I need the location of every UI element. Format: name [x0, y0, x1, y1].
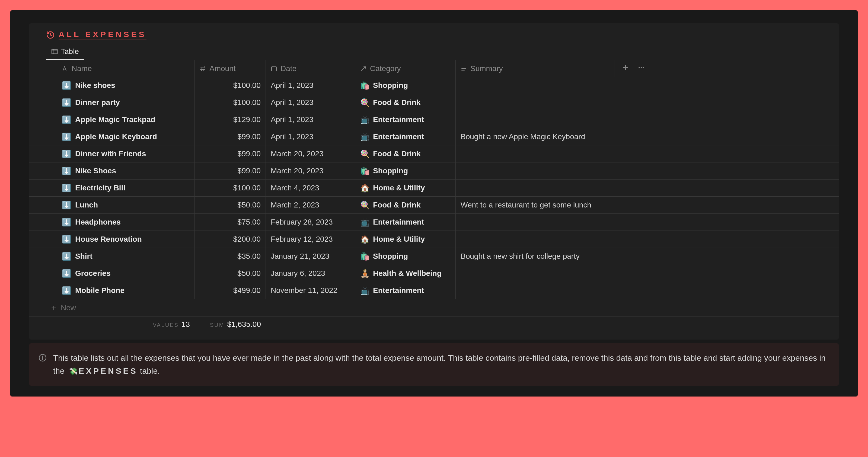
cell-amount[interactable]: $499.00 [195, 282, 266, 299]
table-row[interactable]: ⬇️Shirt$35.00January 21, 2023🛍️ShoppingB… [29, 248, 839, 265]
cell-category[interactable]: 🛍️Shopping [355, 248, 456, 265]
cell-category[interactable]: 📺Entertainment [355, 214, 456, 231]
cell-summary[interactable] [456, 94, 614, 111]
cell-amount[interactable]: $99.00 [195, 145, 266, 162]
col-name[interactable]: Name [46, 60, 195, 77]
cell-category[interactable]: 🏠Home & Utility [355, 180, 456, 196]
cell-summary[interactable] [456, 111, 614, 128]
cell-category[interactable]: 📺Entertainment [355, 128, 456, 145]
cell-name[interactable]: ⬇️Nike Shoes [46, 162, 195, 179]
cell-amount[interactable]: $99.00 [195, 128, 266, 145]
cell-date[interactable]: January 6, 2023 [266, 265, 355, 282]
table-row[interactable]: ⬇️Groceries$50.00January 6, 2023🧘🏼Health… [29, 265, 839, 282]
cell-summary[interactable]: Went to a restaurant to get some lunch [456, 196, 614, 213]
table-row[interactable]: ⬇️Nike shoes$100.00April 1, 2023🛍️Shoppi… [29, 77, 839, 94]
cell-summary[interactable]: Bought a new shirt for college party [456, 248, 614, 265]
cell-name[interactable]: ⬇️Headphones [46, 214, 195, 231]
cell-category[interactable]: 📺Entertainment [355, 282, 456, 299]
cell-date[interactable]: November 11, 2022 [266, 282, 355, 299]
cell-amount[interactable]: $129.00 [195, 111, 266, 128]
svg-point-24 [42, 356, 43, 357]
cell-date[interactable]: January 21, 2023 [266, 248, 355, 265]
cell-summary[interactable]: Bought a new Apple Magic Keyboard [456, 128, 614, 145]
cell-name[interactable]: ⬇️Dinner with Friends [46, 145, 195, 162]
cell-category[interactable]: 🛍️Shopping [355, 77, 456, 94]
category-icon: 🍭 [360, 98, 370, 107]
cell-amount[interactable]: $100.00 [195, 77, 266, 94]
table-body: ⬇️Nike shoes$100.00April 1, 2023🛍️Shoppi… [29, 77, 839, 299]
col-summary[interactable]: Summary [456, 60, 614, 77]
cell-date[interactable]: February 28, 2023 [266, 214, 355, 231]
cell-summary[interactable] [456, 77, 614, 94]
cell-date[interactable]: March 20, 2023 [266, 162, 355, 179]
table-row[interactable]: ⬇️Lunch$50.00March 2, 2023🍭Food & DrinkW… [29, 196, 839, 214]
cell-name[interactable]: ⬇️Groceries [46, 265, 195, 282]
cell-date[interactable]: April 1, 2023 [266, 128, 355, 145]
down-arrow-icon: ⬇️ [62, 201, 71, 210]
cell-summary[interactable] [456, 231, 614, 248]
cell-category[interactable]: 🛍️Shopping [355, 162, 456, 179]
table-row[interactable]: ⬇️Headphones$75.00February 28, 2023📺Ente… [29, 214, 839, 231]
info-icon [38, 353, 46, 377]
cell-category[interactable]: 🏠Home & Utility [355, 231, 456, 248]
tab-table[interactable]: Table [46, 44, 84, 60]
cell-date[interactable]: April 1, 2023 [266, 111, 355, 128]
table-row[interactable]: ⬇️Dinner party$100.00April 1, 2023🍭Food … [29, 94, 839, 111]
cell-summary[interactable] [456, 162, 614, 179]
cell-amount[interactable]: $200.00 [195, 231, 266, 248]
cell-name[interactable]: ⬇️House Renovation [46, 231, 195, 248]
table-row[interactable]: ⬇️Dinner with Friends$99.00March 20, 202… [29, 145, 839, 162]
cell-amount[interactable]: $50.00 [195, 265, 266, 282]
cell-category[interactable]: 🍭Food & Drink [355, 94, 456, 111]
table-row[interactable]: ⬇️Nike Shoes$99.00March 20, 2023🛍️Shoppi… [29, 162, 839, 180]
table-row[interactable]: ⬇️Apple Magic Keyboard$99.00April 1, 202… [29, 128, 839, 145]
cell-name[interactable]: ⬇️Mobile Phone [46, 282, 195, 299]
cell-name[interactable]: ⬇️Apple Magic Trackpad [46, 111, 195, 128]
cell-date[interactable]: March 2, 2023 [266, 196, 355, 213]
svg-point-17 [639, 67, 640, 68]
cell-date[interactable]: March 4, 2023 [266, 180, 355, 196]
cell-amount[interactable]: $100.00 [195, 180, 266, 196]
table-row[interactable]: ⬇️Electricity Bill$100.00March 4, 2023🏠H… [29, 180, 839, 196]
cell-date[interactable]: March 20, 2023 [266, 145, 355, 162]
cell-name[interactable]: ⬇️Dinner party [46, 94, 195, 111]
cell-date[interactable]: April 1, 2023 [266, 94, 355, 111]
col-category[interactable]: Category [355, 60, 456, 77]
cell-summary[interactable] [456, 282, 614, 299]
cell-summary[interactable] [456, 180, 614, 196]
more-button[interactable] [637, 64, 645, 73]
table-row[interactable]: ⬇️Apple Magic Trackpad$129.00April 1, 20… [29, 111, 839, 128]
cell-name[interactable]: ⬇️Nike shoes [46, 77, 195, 94]
down-arrow-icon: ⬇️ [62, 98, 71, 107]
category-icon: 🍭 [360, 149, 370, 158]
svg-line-3 [202, 66, 202, 71]
cell-name[interactable]: ⬇️Electricity Bill [46, 180, 195, 196]
cell-amount[interactable]: $50.00 [195, 196, 266, 213]
table-row[interactable]: ⬇️House Renovation$200.00February 12, 20… [29, 231, 839, 248]
table-row[interactable]: ⬇️Mobile Phone$499.00November 11, 2022📺E… [29, 282, 839, 299]
cell-summary[interactable] [456, 214, 614, 231]
cell-category[interactable]: 📺Entertainment [355, 111, 456, 128]
cell-amount[interactable]: $35.00 [195, 248, 266, 265]
cell-amount[interactable]: $100.00 [195, 94, 266, 111]
cell-category[interactable]: 🍭Food & Drink [355, 145, 456, 162]
category-icon: 🏠 [360, 184, 370, 192]
cell-date[interactable]: April 1, 2023 [266, 77, 355, 94]
cell-amount[interactable]: $75.00 [195, 214, 266, 231]
cell-category[interactable]: 🧘🏼Health & Wellbeing [355, 265, 456, 282]
expenses-link[interactable]: EXPENSES [79, 366, 138, 375]
cell-name[interactable]: ⬇️Lunch [46, 196, 195, 213]
col-date[interactable]: Date [266, 60, 355, 77]
cell-summary[interactable] [456, 265, 614, 282]
cell-amount[interactable]: $99.00 [195, 162, 266, 179]
category-icon: 📺 [360, 218, 370, 227]
add-column-button[interactable] [622, 64, 629, 73]
cell-name[interactable]: ⬇️Apple Magic Keyboard [46, 128, 195, 145]
cell-name[interactable]: ⬇️Shirt [46, 248, 195, 265]
col-amount[interactable]: Amount [195, 60, 266, 77]
cell-category[interactable]: 🍭Food & Drink [355, 196, 456, 213]
new-row-button[interactable]: New [29, 299, 839, 317]
sum-label: SUM [210, 322, 224, 328]
cell-date[interactable]: February 12, 2023 [266, 231, 355, 248]
cell-summary[interactable] [456, 145, 614, 162]
